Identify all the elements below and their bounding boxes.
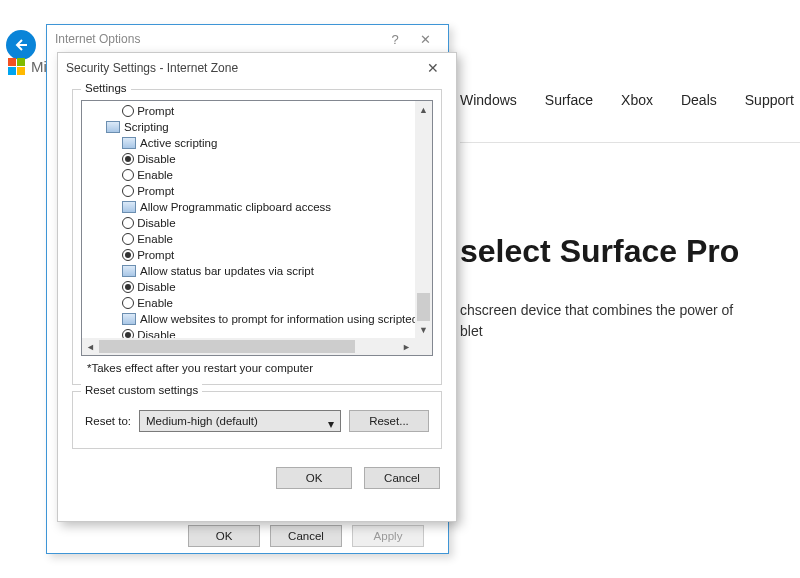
help-button[interactable]: ? (380, 32, 410, 47)
io-cancel-button[interactable]: Cancel (270, 525, 342, 547)
statusbar-icon (122, 265, 136, 277)
settings-tree: Prompt Scripting Active scripting Disabl… (81, 100, 433, 356)
arrow-left-icon (13, 37, 29, 53)
settings-group: Settings Prompt Scripting Active scripti… (72, 89, 442, 385)
site-nav: Windows Surface Xbox Deals Support (460, 92, 794, 108)
security-title: Security Settings - Internet Zone (66, 61, 418, 75)
security-cancel-button[interactable]: Cancel (364, 467, 440, 489)
reset-group: Reset custom settings Reset to: Medium-h… (72, 391, 442, 449)
radio-cb-enable[interactable] (122, 233, 134, 245)
horizontal-scrollbar[interactable]: ◄ ► (82, 338, 415, 355)
active-scripting-icon (122, 137, 136, 149)
nav-xbox[interactable]: Xbox (621, 92, 653, 108)
clipboard-icon (122, 201, 136, 213)
reset-legend: Reset custom settings (81, 384, 202, 396)
restart-note: *Takes effect after you restart your com… (81, 356, 433, 374)
reset-button[interactable]: Reset... (349, 410, 429, 432)
nav-windows[interactable]: Windows (460, 92, 517, 108)
page-desc-line2: blet (460, 323, 483, 339)
page-headline: select Surface Pro (460, 233, 800, 270)
cat-active-scripting: Active scripting (140, 137, 217, 149)
nav-surface[interactable]: Surface (545, 92, 593, 108)
cat-scripting: Scripting (124, 121, 169, 133)
radio-cb-disable[interactable] (122, 217, 134, 229)
scroll-right-icon[interactable]: ► (398, 338, 415, 355)
reset-level-combo[interactable]: Medium-high (default) ▾ (139, 410, 341, 432)
security-close-button[interactable]: ✕ (418, 60, 448, 76)
reset-level-value: Medium-high (default) (146, 415, 258, 427)
radio-ws-disable[interactable] (122, 329, 134, 338)
vscroll-thumb[interactable] (417, 293, 430, 321)
scroll-down-icon[interactable]: ▼ (415, 321, 432, 338)
internet-options-title: Internet Options (55, 32, 380, 46)
radio-as-disable[interactable] (122, 153, 134, 165)
reset-to-label: Reset to: (85, 415, 131, 427)
security-ok-button[interactable]: OK (276, 467, 352, 489)
ms-logo-icon (8, 58, 25, 75)
radio-sb-disable[interactable] (122, 281, 134, 293)
cat-clipboard: Allow Programmatic clipboard access (140, 201, 331, 213)
vertical-scrollbar[interactable]: ▲ ▼ (415, 101, 432, 338)
hscroll-thumb[interactable] (99, 340, 355, 353)
scroll-up-icon[interactable]: ▲ (415, 101, 432, 118)
nav-support[interactable]: Support (745, 92, 794, 108)
settings-legend: Settings (81, 82, 131, 94)
websites-icon (122, 313, 136, 325)
cat-statusbar: Allow status bar updates via script (140, 265, 314, 277)
cat-websites: Allow websites to prompt for information… (140, 313, 415, 325)
back-button[interactable] (6, 30, 36, 60)
radio-as-enable[interactable] (122, 169, 134, 181)
radio-as-prompt[interactable] (122, 185, 134, 197)
nav-deals[interactable]: Deals (681, 92, 717, 108)
radio-sb-enable[interactable] (122, 297, 134, 309)
radio-cb-prompt[interactable] (122, 249, 134, 261)
scripting-icon (106, 121, 120, 133)
page-desc-line1: chscreen device that combines the power … (460, 302, 733, 318)
io-ok-button[interactable]: OK (188, 525, 260, 547)
radio-prompt-top[interactable] (122, 105, 134, 117)
chevron-down-icon: ▾ (328, 417, 334, 431)
close-button[interactable]: ✕ (410, 32, 440, 47)
security-settings-dialog: Security Settings - Internet Zone ✕ Sett… (57, 52, 457, 522)
scroll-left-icon[interactable]: ◄ (82, 338, 99, 355)
io-apply-button: Apply (352, 525, 424, 547)
